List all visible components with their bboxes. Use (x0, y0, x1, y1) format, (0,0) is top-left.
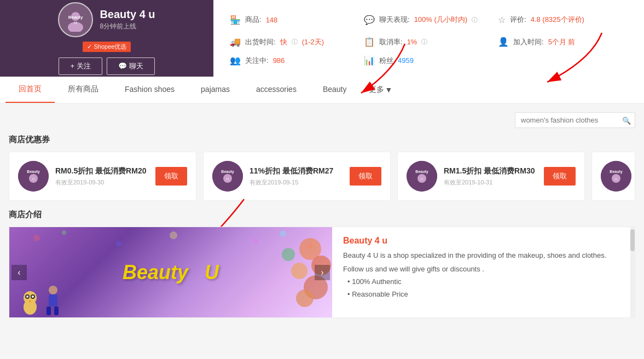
fans-value: 4959 (398, 56, 414, 65)
intro-section-title: 商店介绍 (9, 210, 635, 220)
shipping-label: 出货时间: (245, 37, 276, 47)
rating-value: 4.8 (8325个评价) (531, 15, 584, 25)
coupon-expiry-2: 有效至2019-09-15 (250, 178, 343, 187)
products-value: 148 (266, 16, 278, 24)
stat-chat: 💬 聊天表现: 100% (几小时内) ⓘ (364, 11, 494, 29)
scrollbar-track (630, 227, 635, 317)
intro-bullet-2: • Reasonable Price (343, 288, 624, 300)
svg-point-44 (49, 286, 57, 294)
svg-point-33 (291, 263, 308, 279)
coupon-info-1: RM0.5折扣 最低消费RM20 有效至2019-09-30 (55, 166, 149, 187)
tab-beauty[interactable]: Beauty (310, 77, 360, 102)
shipping-note: (1-2天) (302, 37, 324, 47)
bullet-icon-1: • (347, 277, 352, 286)
intro-banner: ‹ (9, 227, 332, 317)
svg-text:Beauty: Beauty (68, 15, 83, 20)
svg-text:U: U (74, 21, 77, 25)
coupon-logo-2: Beauty U (212, 161, 243, 192)
intro-follow: Follow us and we will give gifts or disc… (343, 264, 624, 275)
collect-btn-3[interactable]: 领取 (544, 167, 576, 186)
collect-btn-2[interactable]: 领取 (350, 167, 381, 186)
stat-empty (498, 55, 628, 66)
shop-header: Beauty U Beauty 4 u 8分钟前上线 ✓ Shopee优选 + … (0, 0, 644, 77)
tab-home[interactable]: 回首页 (5, 77, 55, 103)
banner-prev-button[interactable]: ‹ (11, 265, 27, 280)
shop-left-panel: Beauty U Beauty 4 u 8分钟前上线 ✓ Shopee优选 + … (0, 0, 213, 77)
svg-text:Beauty: Beauty (27, 170, 39, 174)
shopee-badge: ✓ Shopee优选 (83, 39, 131, 52)
stat-shipping: 🚚 出货时间: 快 ⓘ (1-2天) (230, 33, 359, 51)
follow-button[interactable]: + 关注 (59, 57, 102, 75)
chat-label: 聊天表现: (379, 15, 410, 25)
intro-text-block: Beauty 4 u Beauty 4 U is a shop speciali… (332, 227, 635, 317)
coupon-logo-3: Beauty U (407, 161, 437, 192)
stat-join: 👤 加入时间: 5个月 前 (498, 33, 628, 51)
svg-point-35 (296, 289, 314, 307)
join-value: 5个月 前 (548, 37, 576, 47)
nav-more[interactable]: 更多 ▼ (360, 77, 402, 102)
intro-bullet-1: • 100% Authentic (343, 275, 624, 288)
coupon-card-2: Beauty U 11%折扣 最低消费RM27 有效至2019-09-15 领取 (203, 152, 391, 201)
chat-button[interactable]: 💬 聊天 (107, 57, 155, 75)
tab-pajamas[interactable]: pajamas (188, 77, 243, 102)
svg-point-26 (116, 241, 121, 246)
shipping-value: 快 (280, 37, 287, 47)
search-area: 🔍 (9, 112, 635, 128)
intro-description: Beauty 4 U is a shop specialized in the … (343, 250, 624, 262)
svg-rect-45 (49, 294, 57, 306)
shop-name: Beauty 4 u (100, 8, 155, 21)
coupon-expiry-1: 有效至2019-09-30 (55, 178, 149, 187)
svg-point-25 (62, 230, 66, 235)
coupon-title-3: RM1.5折扣 最低消费RM30 (444, 166, 537, 177)
main-content: 🔍 商店优惠券 Beauty U RM0.5折扣 最低消费RM20 有效至201… (0, 103, 644, 327)
stat-fans: 📊 粉丝 4959 (364, 55, 494, 66)
svg-point-24 (33, 235, 40, 241)
svg-text:Beauty: Beauty (415, 170, 428, 174)
coupon-card-1: Beauty U RM0.5折扣 最低消费RM20 有效至2019-09-30 … (9, 152, 196, 201)
svg-point-27 (170, 231, 177, 239)
svg-point-41 (26, 296, 28, 298)
join-label: 加入时间: (513, 37, 544, 47)
tab-fashion-shoes[interactable]: Fashion shoes (112, 77, 188, 102)
shop-stats-grid: 🏪 商品: 148 💬 聊天表现: 100% (几小时内) ⓘ ☆ 评价: 4.… (213, 0, 644, 77)
scrollbar-thumb[interactable] (630, 229, 635, 251)
shipping-icon: 🚚 (230, 37, 241, 47)
coupon-info-3: RM1.5折扣 最低消费RM30 有效至2019-10-31 (444, 166, 537, 187)
fans-icon: 📊 (364, 55, 375, 66)
coupon-title-2: 11%折扣 最低消费RM27 (250, 166, 343, 177)
shop-name-block: Beauty 4 u 8分钟前上线 (100, 8, 155, 31)
search-icon: 🔍 (622, 116, 631, 124)
coupons-section: 商店优惠券 Beauty U RM0.5折扣 最低消费RM20 有效至2019-… (9, 135, 635, 201)
cancel-label: 取消率: (379, 37, 403, 47)
chat-info-icon: ⓘ (472, 16, 478, 24)
rating-label: 评价: (510, 15, 526, 25)
coupon-info-2: 11%折扣 最低消费RM27 有效至2019-09-15 (250, 166, 343, 187)
intro-shop-name: Beauty 4 u (343, 236, 624, 246)
coupon-card-partial: Beauty U (591, 152, 635, 201)
coupon-logo-4: Beauty U (601, 161, 631, 192)
coupon-title-1: RM0.5折扣 最低消费RM20 (55, 166, 149, 177)
banner-next-button[interactable]: › (315, 265, 330, 280)
coupon-logo-1: Beauty U (18, 161, 49, 192)
banner-text: Beauty U (123, 261, 219, 284)
chat-icon: 💬 (118, 62, 127, 70)
person-icon: 👤 (498, 37, 509, 47)
cancel-icon: 📋 (364, 37, 375, 47)
svg-point-42 (32, 296, 34, 298)
nav-tabs: 回首页 所有商品 Fashion shoes pajamas accessori… (0, 77, 644, 103)
star-icon: ☆ (498, 15, 506, 25)
search-input[interactable] (515, 112, 635, 128)
svg-rect-46 (47, 306, 51, 315)
tab-accessories[interactable]: accessories (243, 77, 310, 102)
followers-label: 关注中: (245, 56, 269, 66)
svg-text:U: U (227, 177, 229, 181)
collect-btn-1[interactable]: 领取 (155, 167, 187, 186)
shop-intro-section: 商店介绍 ‹ (9, 210, 635, 318)
svg-point-36 (282, 248, 295, 261)
products-label: 商品: (245, 15, 262, 25)
cancel-value: 1% (407, 38, 417, 46)
svg-rect-47 (54, 306, 59, 315)
tab-all-products[interactable]: 所有商品 (55, 77, 112, 103)
shipping-info-icon: ⓘ (292, 38, 298, 46)
followers-icon: 👥 (230, 55, 241, 66)
